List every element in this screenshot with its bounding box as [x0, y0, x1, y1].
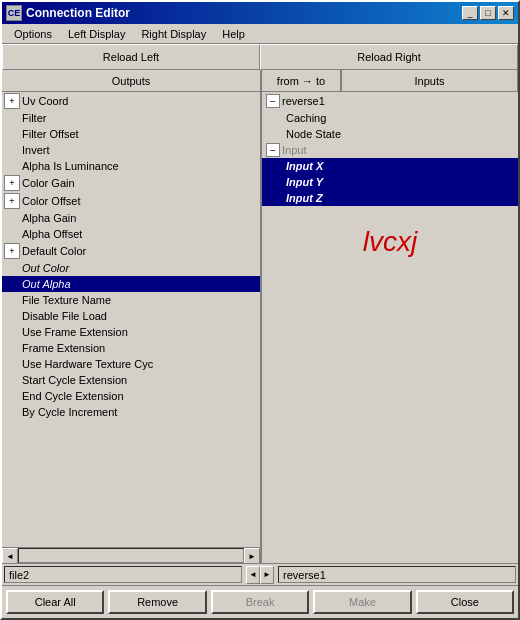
left-list-container: +Uv CoordFilterFilter OffsetInvertAlpha … [2, 92, 260, 547]
list-item[interactable]: By Cycle Increment [2, 404, 260, 420]
list-item[interactable]: Filter Offset [2, 126, 260, 142]
list-item[interactable]: Alpha Gain [2, 210, 260, 226]
list-item[interactable]: Use Hardware Texture Cyc [2, 356, 260, 372]
reload-right-button[interactable]: Reload Right [260, 44, 518, 70]
list-item-label: Invert [22, 144, 50, 156]
list-item-label: Default Color [22, 245, 86, 257]
reload-left-button[interactable]: Reload Left [2, 44, 260, 70]
list-item[interactable]: Invert [2, 142, 260, 158]
list-item[interactable]: Filter [2, 110, 260, 126]
break-button[interactable]: Break [211, 590, 309, 614]
minimize-button[interactable]: _ [462, 6, 478, 20]
nav-prev-button[interactable]: ◄ [246, 566, 260, 584]
right-item-label: Input Z [286, 192, 323, 204]
list-item-label: End Cycle Extension [22, 390, 124, 402]
list-item-label: Color Gain [22, 177, 75, 189]
right-item-label: Caching [286, 112, 326, 124]
list-item[interactable]: Out Color [2, 260, 260, 276]
close-button[interactable]: Close [416, 590, 514, 614]
expand-icon[interactable]: + [4, 93, 20, 109]
list-item-label: File Texture Name [22, 294, 111, 306]
status-nav: ◄ ► [246, 566, 274, 583]
status-right: reverse1 [278, 566, 516, 583]
list-item-label: By Cycle Increment [22, 406, 117, 418]
remove-button[interactable]: Remove [108, 590, 206, 614]
outputs-header: Outputs [2, 70, 262, 91]
list-item[interactable]: +Color Gain [2, 174, 260, 192]
toolbar: Reload Left Reload Right [2, 44, 518, 70]
list-item-label: Filter Offset [22, 128, 79, 140]
right-list-item[interactable]: Input Y [262, 174, 518, 190]
list-item-label: Alpha Offset [22, 228, 82, 240]
lvcxj-text: lvcxj [262, 206, 518, 278]
list-item[interactable]: End Cycle Extension [2, 388, 260, 404]
right-list-item[interactable]: Caching [262, 110, 518, 126]
list-item-label: Out Alpha [22, 278, 71, 290]
from-to-header: from → to [262, 70, 342, 91]
list-item[interactable]: +Color Offset [2, 192, 260, 210]
expand-icon[interactable]: + [4, 243, 20, 259]
menu-help[interactable]: Help [214, 27, 253, 41]
list-item[interactable]: +Uv Coord [2, 92, 260, 110]
list-item-label: Use Hardware Texture Cyc [22, 358, 153, 370]
list-item[interactable]: Out Alpha [2, 276, 260, 292]
right-item-label: Input Y [286, 176, 323, 188]
right-list[interactable]: −reverse1CachingNode State−InputInput XI… [262, 92, 518, 563]
list-item-label: Filter [22, 112, 46, 124]
window-icon: CE [6, 5, 22, 21]
list-item-label: Out Color [22, 262, 69, 274]
list-item[interactable]: Use Frame Extension [2, 324, 260, 340]
list-item-label: Use Frame Extension [22, 326, 128, 338]
right-list-item[interactable]: Node State [262, 126, 518, 142]
status-left: file2 [4, 566, 242, 583]
list-item-label: Disable File Load [22, 310, 107, 322]
left-list[interactable]: +Uv CoordFilterFilter OffsetInvertAlpha … [2, 92, 260, 547]
list-item[interactable]: Start Cycle Extension [2, 372, 260, 388]
make-button[interactable]: Make [313, 590, 411, 614]
h-scroll-left[interactable]: ◄ [2, 548, 18, 563]
h-scroll-track-left[interactable] [18, 548, 244, 563]
left-panel: +Uv CoordFilterFilter OffsetInvertAlpha … [2, 92, 262, 563]
collapse-section-icon[interactable]: − [266, 143, 280, 157]
right-section-label: Input [282, 144, 306, 156]
list-item[interactable]: Alpha Offset [2, 226, 260, 242]
right-node-header: −reverse1 [262, 92, 518, 110]
list-item-label: Color Offset [22, 195, 81, 207]
expand-icon[interactable]: + [4, 193, 20, 209]
list-item[interactable]: Alpha Is Luminance [2, 158, 260, 174]
inputs-header: Inputs [342, 70, 518, 91]
status-bar: file2 ◄ ► reverse1 [2, 563, 518, 585]
menu-left-display[interactable]: Left Display [60, 27, 133, 41]
maximize-button[interactable]: □ [480, 6, 496, 20]
right-list-item[interactable]: Input X [262, 158, 518, 174]
right-list-item[interactable]: Input Z [262, 190, 518, 206]
list-item-label: Start Cycle Extension [22, 374, 127, 386]
menu-bar: Options Left Display Right Display Help [2, 24, 518, 44]
list-item[interactable]: Disable File Load [2, 308, 260, 324]
list-item[interactable]: Frame Extension [2, 340, 260, 356]
bottom-buttons: Clear All Remove Break Make Close [2, 585, 518, 618]
list-item[interactable]: +Default Color [2, 242, 260, 260]
right-item-label: Input X [286, 160, 323, 172]
list-item-label: Frame Extension [22, 342, 105, 354]
nav-next-button[interactable]: ► [260, 566, 274, 584]
window-title: Connection Editor [26, 6, 462, 20]
title-bar: CE Connection Editor _ □ ✕ [2, 2, 518, 24]
right-panel: −reverse1CachingNode State−InputInput XI… [262, 92, 518, 563]
menu-options[interactable]: Options [6, 27, 60, 41]
close-button[interactable]: ✕ [498, 6, 514, 20]
list-item[interactable]: File Texture Name [2, 292, 260, 308]
right-item-label: Node State [286, 128, 341, 140]
h-scroll-right[interactable]: ► [244, 548, 260, 563]
expand-icon[interactable]: + [4, 175, 20, 191]
node-name-label: reverse1 [282, 95, 325, 107]
list-item-label: Uv Coord [22, 95, 68, 107]
list-item-label: Alpha Gain [22, 212, 76, 224]
menu-right-display[interactable]: Right Display [133, 27, 214, 41]
title-buttons: _ □ ✕ [462, 6, 514, 20]
right-section-row: −Input [262, 142, 518, 158]
collapse-icon[interactable]: − [266, 94, 280, 108]
column-headers: Outputs from → to Inputs [2, 70, 518, 92]
connection-editor-window: CE Connection Editor _ □ ✕ Options Left … [0, 0, 520, 620]
clear-all-button[interactable]: Clear All [6, 590, 104, 614]
